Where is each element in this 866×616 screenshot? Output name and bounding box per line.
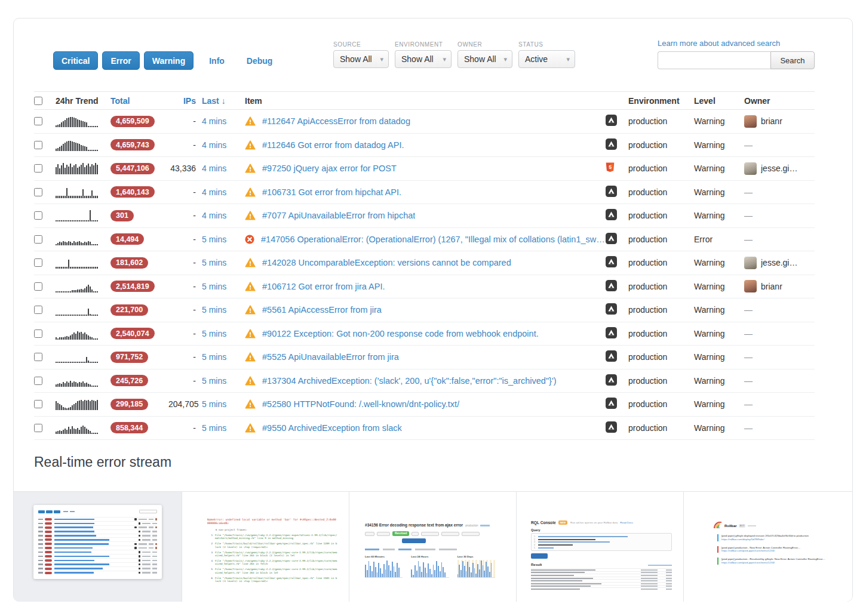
total-count-badge: 4,659,509	[110, 116, 155, 127]
row-checkbox[interactable]	[34, 282, 42, 291]
item-link[interactable]: #142028 UncomparableException: versions …	[262, 258, 511, 267]
status-dropdown[interactable]: Active▾	[518, 50, 575, 68]
notifications-app-name: Rollbar	[724, 524, 737, 528]
item-link[interactable]: #112646 Got error from datadog API.	[262, 140, 404, 150]
row-checkbox[interactable]	[34, 353, 42, 361]
level-value: Warning	[694, 329, 744, 338]
header-item: Item	[245, 96, 606, 106]
filter-critical-button[interactable]: Critical	[53, 51, 98, 70]
environment-dropdown[interactable]: Show All▾	[395, 50, 452, 68]
item-link[interactable]: #112647 ApiAccessError from datadog	[262, 116, 410, 126]
header-last-sort[interactable]: Last ↓	[202, 96, 226, 106]
table-row: 2,514,819-5 mins#106712 Got error from j…	[34, 275, 815, 299]
item-link[interactable]: #5561 ApiAccessError from jira	[262, 305, 382, 315]
total-count-badge: 971,752	[110, 352, 148, 363]
mini-chart-label: Last 24 Hours	[411, 555, 449, 558]
last-seen-link[interactable]: 5 mins	[202, 305, 226, 315]
level-value: Warning	[694, 282, 744, 291]
owner-dropdown[interactable]: Show All▾	[457, 50, 512, 68]
last-seen-link[interactable]: 5 mins	[202, 282, 226, 291]
last-seen-link[interactable]: 5 mins	[202, 423, 226, 433]
last-seen-link[interactable]: 4 mins	[202, 187, 226, 197]
item-link[interactable]: #5525 ApiUnavailableError from jira	[262, 352, 399, 362]
header-ips-sort[interactable]: IPs	[183, 96, 196, 106]
owner-avatar	[744, 115, 757, 128]
last-seen-link[interactable]: 5 mins	[202, 376, 226, 386]
pyramid-platform-icon	[606, 138, 617, 152]
item-link[interactable]: #9550 ArchivedException from slack	[262, 423, 402, 433]
item-link[interactable]: #7077 ApiUnavailableError from hipchat	[262, 211, 415, 220]
total-count-badge: 5,447,106	[110, 163, 155, 174]
pyramid-platform-icon	[606, 303, 617, 316]
item-link[interactable]: #52580 HTTPNotFound: /.well-known/dnt-po…	[262, 399, 459, 409]
item-link[interactable]: #97250 jQuery ajax error for POST	[262, 164, 397, 173]
item-detail-action-button	[402, 538, 426, 543]
notifications-bot-badge: BOT	[739, 524, 746, 528]
last-seen-link[interactable]: 5 mins	[202, 399, 226, 409]
row-checkbox[interactable]	[34, 141, 42, 149]
status-filter: STATUSActive▾	[518, 41, 575, 68]
table-row: 4,659,509-4 mins#112647 ApiAccessError f…	[34, 110, 815, 134]
last-seen-link[interactable]: 4 mins	[202, 164, 226, 173]
level-value: Warning	[694, 352, 744, 362]
filter-info-button[interactable]: Info	[202, 51, 231, 70]
ip-count: 204,705	[168, 399, 202, 409]
last-seen-link[interactable]: 5 mins	[202, 235, 226, 244]
row-checkbox[interactable]	[34, 117, 42, 125]
warning-icon	[245, 329, 256, 338]
row-checkbox[interactable]	[34, 377, 42, 385]
rql-new-badge: NEW	[558, 520, 567, 525]
row-checkbox[interactable]	[34, 400, 42, 408]
last-seen-link[interactable]: 5 mins	[202, 329, 226, 338]
filter-warning-button[interactable]: Warning	[144, 51, 194, 70]
row-checkbox[interactable]	[34, 164, 42, 173]
total-count-badge: 245,726	[110, 375, 148, 386]
header-environment: Environment	[628, 96, 694, 106]
thumbnail-error-stream[interactable]	[14, 492, 182, 602]
filter-error-button[interactable]: Error	[102, 51, 139, 70]
thumbnail-notifications[interactable]: Rollbar BOT [pied piper] gilfoyle deploy…	[684, 492, 852, 602]
environment-value: production	[628, 376, 694, 386]
last-seen-link[interactable]: 5 mins	[202, 258, 226, 267]
filter-debug-button[interactable]: Debug	[240, 51, 280, 70]
level-value: Warning	[694, 187, 744, 197]
last-seen-link[interactable]: 4 mins	[202, 116, 226, 126]
item-link[interactable]: #90122 Exception: Got non-200 response c…	[262, 329, 539, 338]
row-checkbox[interactable]	[34, 211, 42, 220]
trend-sparkline	[56, 281, 110, 292]
environment-label: ENVIRONMENT	[395, 41, 452, 48]
pyramid-platform-icon	[606, 209, 617, 222]
search-input[interactable]	[658, 51, 770, 69]
row-checkbox[interactable]	[34, 424, 42, 432]
select-all-checkbox[interactable]	[34, 97, 42, 105]
dropdown-value: Show All	[340, 54, 372, 64]
pyramid-platform-icon	[606, 233, 617, 246]
source-dropdown[interactable]: Show All▾	[333, 50, 389, 68]
table-row: 5,447,10643,3364 mins#97250 jQuery ajax …	[34, 157, 815, 181]
row-checkbox[interactable]	[34, 235, 42, 244]
last-seen-link[interactable]: 4 mins	[202, 211, 226, 220]
item-link[interactable]: #106712 Got error from jira API.	[262, 282, 385, 291]
thumbnail-rql-console[interactable]: RQL Console NEW Run ad-hoc queries on yo…	[517, 492, 684, 602]
thumbnail-item-detail[interactable]: #34156 Error decoding response text from…	[349, 492, 517, 602]
item-link[interactable]: #147056 OperationalError: (OperationalEr…	[261, 235, 606, 244]
row-checkbox[interactable]	[34, 258, 42, 267]
item-link[interactable]: #106731 Got error from hipchat API.	[262, 187, 401, 197]
total-count-badge: 2,540,074	[110, 328, 155, 339]
row-checkbox[interactable]	[34, 306, 42, 314]
environment-value: production	[628, 305, 694, 315]
search-button[interactable]: Search	[770, 51, 815, 69]
item-link[interactable]: #137304 ArchivedException: ('slack', 200…	[262, 376, 557, 386]
row-checkbox[interactable]	[34, 329, 42, 338]
warning-icon	[245, 211, 256, 220]
mini-chart: Last 24 Hours	[411, 555, 449, 578]
notification-message: [pied piper] production - New Error: Act…	[717, 546, 840, 553]
header-total-sort[interactable]: Total	[110, 96, 130, 106]
thumbnail-traceback[interactable]: NameError: undefined local variable or m…	[182, 492, 349, 602]
advanced-search-link[interactable]: Learn more about advanced search	[658, 39, 780, 48]
last-seen-link[interactable]: 4 mins	[202, 140, 226, 150]
row-checkbox[interactable]	[34, 188, 42, 196]
owner-label: OWNER	[457, 41, 512, 48]
last-seen-link[interactable]: 5 mins	[202, 352, 226, 362]
owner-empty: —	[744, 235, 753, 244]
